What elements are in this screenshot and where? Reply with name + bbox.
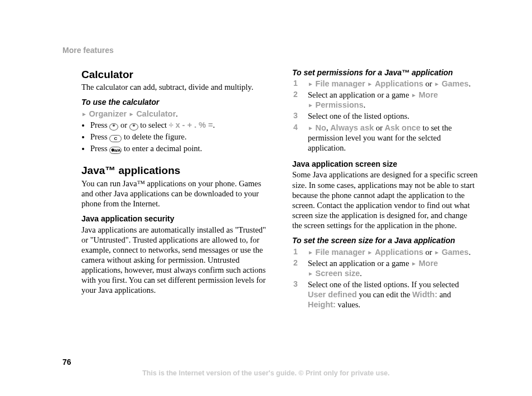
menu-arrow-icon: ► (308, 271, 313, 277)
nav-more: More (419, 90, 438, 99)
field-height: Height: (308, 300, 336, 309)
menu-arrow-icon: ► (367, 249, 373, 255)
calc-operators: ÷ x - + . % = (169, 120, 213, 129)
calculator-body: The calculator can add, subtract, divide… (81, 82, 268, 92)
nav-organizer: Organizer (89, 109, 127, 118)
size-step-1: ► File manager ► Applications or ► Games… (292, 247, 478, 257)
left-column: Calculator The calculator can add, subtr… (81, 68, 268, 311)
nav-screen-size: Screen size (316, 269, 360, 278)
nav-applications: Applications (375, 79, 423, 88)
screen-size-howto-heading: To set the screen size for a Java applic… (292, 236, 478, 246)
menu-arrow-icon: ► (434, 249, 440, 255)
calculator-nav-path: ► Organizer ► Calculator. (81, 109, 268, 119)
menu-arrow-icon: ► (411, 260, 417, 267)
nav-left-key-icon (109, 123, 118, 131)
nav-file-manager: File manager (316, 79, 365, 88)
menu-arrow-icon: ► (308, 125, 313, 131)
java-security-heading: Java application security (81, 214, 268, 224)
menu-arrow-icon: ► (434, 81, 440, 87)
menu-arrow-icon: ► (308, 249, 313, 255)
perm-step-2: Select an application or a game ► More ►… (292, 90, 478, 110)
calc-step-3: Press ✱a/A to enter a decimal point. (90, 143, 268, 154)
nav-more: More (419, 259, 438, 268)
size-step-3: Select one of the listed options. If you… (292, 279, 478, 310)
calculator-block: Calculator The calculator can add, subtr… (81, 68, 268, 154)
screen-size-body: Some Java applications are designed for … (292, 170, 478, 230)
menu-arrow-icon: ► (308, 102, 313, 108)
nav-right-key-icon (129, 123, 138, 131)
page: More features Calculator The calculator … (0, 0, 532, 311)
nav-file-manager: File manager (316, 248, 365, 257)
screen-size-steps: ► File manager ► Applications or ► Games… (292, 247, 478, 310)
permissions-steps: ► File manager ► Applications or ► Games… (292, 79, 478, 153)
nav-games: Games (442, 248, 468, 257)
opt-always-ask: Always ask (330, 123, 374, 132)
calculator-steps: Press or to select ÷ x - + . % =. Press … (81, 120, 268, 154)
calc-step-1: Press or to select ÷ x - + . % =. (90, 120, 268, 131)
java-heading: Java™ applications (81, 164, 268, 177)
java-block: Java™ applications You can run Java™ app… (81, 164, 268, 296)
screen-size-heading: Java application screen size (292, 160, 478, 170)
menu-arrow-icon: ► (129, 111, 134, 117)
right-column: To set permissions for a Java™ applicati… (292, 68, 478, 311)
menu-arrow-icon: ► (308, 81, 313, 87)
perm-step-3: Select one of the listed options. (292, 111, 478, 121)
c-key-icon: C (109, 135, 122, 142)
menu-arrow-icon: ► (367, 81, 373, 87)
nav-permissions: Permissions (316, 100, 364, 109)
opt-user-defined: User defined (308, 290, 357, 299)
permissions-howto-heading: To set permissions for a Java™ applicati… (292, 68, 478, 78)
opt-ask-once: Ask once (385, 123, 420, 132)
page-number: 76 (62, 358, 71, 368)
footer-note: This is the Internet version of the user… (0, 369, 532, 378)
calculator-heading: Calculator (81, 68, 268, 81)
two-column-layout: Calculator The calculator can add, subtr… (62, 68, 478, 311)
nav-calculator: Calculator (136, 109, 176, 118)
star-key-icon: ✱a/A (109, 147, 122, 154)
perm-step-1: ► File manager ► Applications or ► Games… (292, 79, 478, 89)
field-width: Width: (412, 290, 437, 299)
nav-games: Games (442, 79, 468, 88)
menu-arrow-icon: ► (81, 111, 87, 117)
section-header: More features (62, 46, 478, 56)
calculator-howto-heading: To use the calculator (81, 98, 268, 108)
java-body: You can run Java™ applications on your p… (81, 178, 268, 209)
menu-arrow-icon: ► (411, 92, 417, 98)
java-security-body: Java applications are automatically inst… (81, 225, 268, 296)
perm-step-4: ► No, Always ask or Ask once to set the … (292, 123, 478, 153)
calc-step-2: Press C to delete the figure. (90, 132, 268, 142)
nav-applications: Applications (375, 248, 423, 257)
size-step-2: Select an application or a game ► More ►… (292, 258, 478, 278)
opt-no: No (316, 123, 326, 132)
